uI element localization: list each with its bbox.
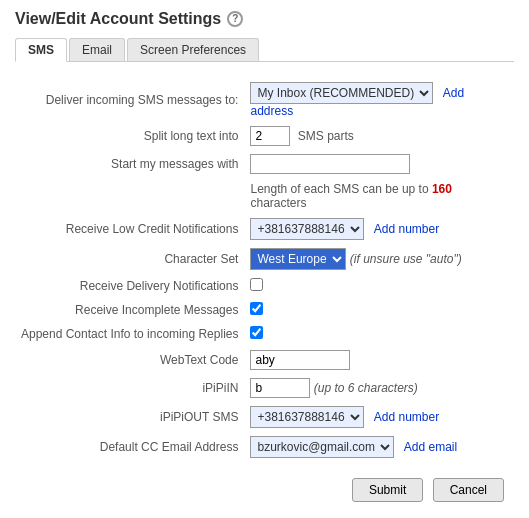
- ipipiin-row: iPiPiIN b (up to 6 characters): [15, 374, 514, 402]
- page-title: View/Edit Account Settings ?: [15, 10, 514, 28]
- deliver-select[interactable]: My Inbox (RECOMMENDED): [250, 82, 433, 104]
- submit-row: Submit Cancel: [15, 478, 514, 502]
- add-number2-link[interactable]: Add number: [374, 410, 439, 424]
- low-credit-row: Receive Low Credit Notifications +381637…: [15, 214, 514, 244]
- delivery-notif-label: Receive Delivery Notifications: [15, 274, 244, 298]
- deliver-value-cell: My Inbox (RECOMMENDED) Add address: [244, 78, 514, 122]
- ipipiin-note: (up to 6 characters): [314, 381, 418, 395]
- start-input[interactable]: [250, 154, 410, 174]
- deliver-row: Deliver incoming SMS messages to: My Inb…: [15, 78, 514, 122]
- start-row: Start my messages with: [15, 150, 514, 178]
- charset-select[interactable]: West Europe: [250, 248, 346, 270]
- default-cc-value-cell: bzurkovic@gmail.com Add email: [244, 432, 514, 462]
- append-contact-checkbox[interactable]: [250, 326, 263, 339]
- delivery-notif-checkbox[interactable]: [250, 278, 263, 291]
- tab-screen-preferences[interactable]: Screen Preferences: [127, 38, 259, 61]
- webtext-input[interactable]: aby: [250, 350, 350, 370]
- settings-form: Deliver incoming SMS messages to: My Inb…: [15, 78, 514, 462]
- ipipiin-value-cell: b (up to 6 characters): [244, 374, 514, 402]
- split-value-cell: 2 SMS parts: [244, 122, 514, 150]
- start-value-cell: [244, 150, 514, 178]
- charset-label: Character Set: [15, 244, 244, 274]
- low-credit-value-cell: +381637888146 Add number: [244, 214, 514, 244]
- webtext-label: WebText Code: [15, 346, 244, 374]
- delivery-notif-row: Receive Delivery Notifications: [15, 274, 514, 298]
- charset-row: Character Set West Europe (if unsure use…: [15, 244, 514, 274]
- submit-button[interactable]: Submit: [352, 478, 423, 502]
- ipipiin-input[interactable]: b: [250, 378, 310, 398]
- ipipiout-select[interactable]: +381637888146: [250, 406, 364, 428]
- charset-value-cell: West Europe (if unsure use "auto"): [244, 244, 514, 274]
- ipipiout-row: iPiPiOUT SMS +381637888146 Add number: [15, 402, 514, 432]
- tab-bar: SMS Email Screen Preferences: [15, 38, 514, 62]
- cancel-button[interactable]: Cancel: [433, 478, 504, 502]
- append-contact-row: Append Contact Info to incoming Replies: [15, 322, 514, 346]
- append-contact-value-cell: [244, 322, 514, 346]
- char-limit-text: Length of each SMS can be up to 160 char…: [250, 182, 452, 210]
- split-suffix: SMS parts: [298, 129, 354, 143]
- webtext-row: WebText Code aby: [15, 346, 514, 374]
- split-row: Split long text into 2 SMS parts: [15, 122, 514, 150]
- default-cc-label: Default CC Email Address: [15, 432, 244, 462]
- incomplete-msg-row: Receive Incomplete Messages: [15, 298, 514, 322]
- tab-email[interactable]: Email: [69, 38, 125, 61]
- page-title-text: View/Edit Account Settings: [15, 10, 221, 28]
- char-limit-row: Length of each SMS can be up to 160 char…: [15, 178, 514, 214]
- append-contact-label: Append Contact Info to incoming Replies: [15, 322, 244, 346]
- tab-sms[interactable]: SMS: [15, 38, 67, 62]
- ipipiout-value-cell: +381637888146 Add number: [244, 402, 514, 432]
- deliver-label: Deliver incoming SMS messages to:: [15, 78, 244, 122]
- split-input[interactable]: 2: [250, 126, 290, 146]
- low-credit-label: Receive Low Credit Notifications: [15, 214, 244, 244]
- charset-note: (if unsure use "auto"): [350, 252, 462, 266]
- default-cc-select[interactable]: bzurkovic@gmail.com: [250, 436, 394, 458]
- incomplete-msg-value-cell: [244, 298, 514, 322]
- low-credit-select[interactable]: +381637888146: [250, 218, 364, 240]
- help-icon[interactable]: ?: [227, 11, 243, 27]
- ipipiout-label: iPiPiOUT SMS: [15, 402, 244, 432]
- start-label: Start my messages with: [15, 150, 244, 178]
- page-container: View/Edit Account Settings ? SMS Email S…: [0, 0, 529, 512]
- incomplete-msg-checkbox[interactable]: [250, 302, 263, 315]
- ipipiin-label: iPiPiIN: [15, 374, 244, 402]
- split-label: Split long text into: [15, 122, 244, 150]
- add-email-link[interactable]: Add email: [404, 440, 457, 454]
- webtext-value-cell: aby: [244, 346, 514, 374]
- delivery-notif-value-cell: [244, 274, 514, 298]
- add-number-link[interactable]: Add number: [374, 222, 439, 236]
- default-cc-row: Default CC Email Address bzurkovic@gmail…: [15, 432, 514, 462]
- incomplete-msg-label: Receive Incomplete Messages: [15, 298, 244, 322]
